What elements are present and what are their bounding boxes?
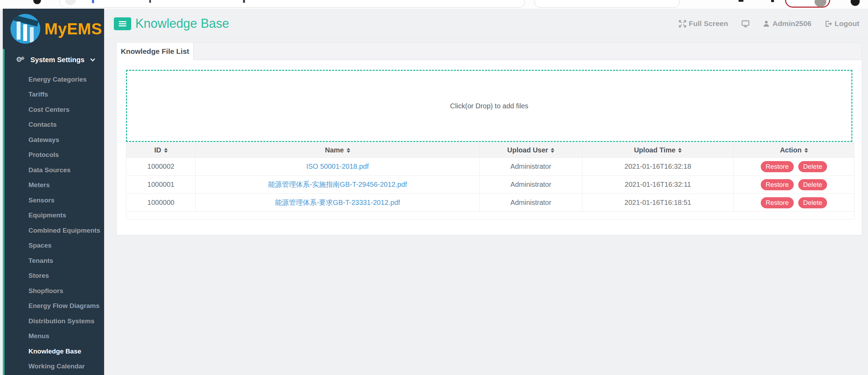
cell-id: 1000000: [126, 194, 196, 212]
logout-icon: [825, 20, 832, 27]
browser-chrome: [0, 0, 868, 9]
column-header-id[interactable]: ID: [126, 143, 196, 158]
tab-knowledge-file-list[interactable]: Knowledge File List: [117, 43, 194, 60]
browser-profile-button[interactable]: [785, 0, 830, 8]
browser-url-bar[interactable]: [60, 0, 525, 8]
file-link[interactable]: 能源管理体系-要求GB-T-23331-2012.pdf: [275, 199, 400, 206]
sidebar-item-label: Working Calendar: [28, 362, 85, 370]
sidebar-item-meters[interactable]: Meters: [5, 178, 104, 193]
sidebar-item-menus[interactable]: Menus: [5, 329, 104, 344]
sidebar-item-energy-flow-diagrams[interactable]: Energy Flow Diagrams: [5, 299, 104, 314]
page-body: Knowledge File List Click(or Drop) to ad…: [104, 39, 868, 235]
sidebar-item-spaces[interactable]: Spaces: [5, 238, 104, 253]
sidebar-item-cost-centers[interactable]: Cost Centers: [5, 102, 104, 117]
browser-search-box[interactable]: [534, 0, 680, 8]
cell-actions: Restore Delete: [734, 176, 854, 194]
sidebar-item-tenants[interactable]: Tenants: [5, 253, 104, 268]
sidebar-item-energy-categories[interactable]: Energy Categories: [5, 72, 104, 87]
sidebar-group-label: System Settings: [31, 56, 85, 64]
sidebar-item-distribution-systems[interactable]: Distribution Systems: [5, 314, 104, 329]
column-header-action[interactable]: Action: [734, 143, 854, 158]
column-header-label: Upload Time: [634, 146, 676, 154]
column-header-label: Action: [780, 146, 801, 154]
restore-button[interactable]: Restore: [761, 161, 794, 172]
cell-upload-user: Administrator: [480, 194, 582, 212]
sidebar-item-label: Tenants: [28, 257, 53, 265]
column-header-label: Upload User: [507, 146, 548, 154]
sidebar-item-contacts[interactable]: Contacts: [5, 117, 104, 133]
sidebar-item-working-calendar[interactable]: Working Calendar: [5, 359, 104, 374]
cell-name: 能源管理体系-要求GB-T-23331-2012.pdf: [196, 194, 480, 212]
column-header-upload-user[interactable]: Upload User: [480, 143, 582, 158]
column-header-upload-time[interactable]: Upload Time: [582, 143, 734, 158]
page-title: Knowledge Base: [135, 16, 229, 31]
sidebar-item-tariffs[interactable]: Tariffs: [5, 87, 104, 102]
logo-bar-shape: [30, 27, 34, 42]
file-link[interactable]: ISO 50001-2018.pdf: [306, 162, 369, 170]
knowledge-file-table: ID Name Upload User Upload Time Action 1…: [126, 143, 854, 219]
delete-button[interactable]: Delete: [798, 161, 827, 172]
delete-button[interactable]: Delete: [798, 179, 827, 190]
browser-toolbar-icon[interactable]: [739, 0, 743, 2]
logo-bar-shape: [23, 24, 27, 41]
table-row: 1000000 能源管理体系-要求GB-T-23331-2012.pdf Adm…: [126, 194, 854, 212]
user-icon: [763, 20, 770, 27]
main-content: Knowledge Base Full Screen: [104, 9, 868, 375]
chevron-down-icon: [90, 57, 95, 61]
sidebar-item-gateways[interactable]: Gateways: [5, 132, 104, 148]
logout-button[interactable]: Logout: [825, 19, 859, 28]
cell-id: 1000001: [126, 176, 196, 194]
menu-toggle-button[interactable]: [114, 17, 131, 30]
column-header-name[interactable]: Name: [196, 143, 480, 158]
cell-upload-time: 2021-01-16T16:18:51: [582, 194, 734, 212]
sidebar-item-label: Knowledge Base: [28, 348, 81, 355]
delete-button[interactable]: Delete: [798, 197, 827, 208]
sort-icon: [164, 148, 168, 153]
file-dropzone[interactable]: Click(or Drop) to add files: [126, 70, 852, 142]
fullscreen-label: Full Screen: [689, 19, 728, 28]
browser-favicon: [92, 0, 94, 3]
restore-button[interactable]: Restore: [761, 179, 794, 190]
expand-icon: [679, 20, 686, 27]
browser-site-info-icon[interactable]: [65, 0, 76, 5]
logo-bar-shape: [17, 22, 20, 40]
header-actions: Full Screen Admin2506: [679, 19, 859, 28]
sort-icon: [347, 148, 350, 153]
browser-url-text-fragment: [149, 0, 151, 3]
logout-label: Logout: [835, 19, 859, 28]
cell-upload-user: Administrator: [480, 176, 582, 194]
sidebar-item-shopfloors[interactable]: Shopfloors: [5, 283, 104, 299]
sidebar-group-system-settings[interactable]: ⚙⚙ System Settings: [5, 49, 104, 70]
sidebar-item-equipments[interactable]: Equipments: [5, 208, 104, 223]
menu-toggle-icon: [119, 21, 126, 22]
sidebar-items: Energy Categories Tariffs Cost Centers C…: [5, 70, 104, 374]
sidebar-item-label: Energy Categories: [28, 76, 87, 83]
sidebar-item-knowledge-base[interactable]: Knowledge Base: [5, 344, 104, 359]
user-menu[interactable]: Admin2506: [763, 19, 811, 28]
card-body: Click(or Drop) to add files ID Name Uplo…: [117, 60, 862, 219]
table-row: 1000001 能源管理体系-实施指南GB-T-29456-2012.pdf A…: [126, 176, 854, 194]
browser-tab-icon: [33, 0, 41, 4]
browser-extension-icon[interactable]: [851, 0, 860, 6]
browser-toolbar-icon[interactable]: [771, 0, 774, 2]
browser-url-text-fragment: [243, 0, 245, 3]
sidebar-item-label: Tariffs: [28, 91, 48, 98]
sidebar-item-stores[interactable]: Stores: [5, 268, 104, 284]
fullscreen-button[interactable]: Full Screen: [679, 19, 728, 28]
sidebar-item-sensors[interactable]: Sensors: [5, 193, 104, 208]
sidebar-item-data-sources[interactable]: Data Sources: [5, 162, 104, 178]
monitor-icon: [741, 20, 750, 27]
sidebar-item-label: Combined Equipments: [28, 227, 100, 234]
column-header-label: Name: [325, 146, 344, 154]
brand-logo[interactable]: MyEMS: [3, 9, 104, 49]
table-row: 1000002 ISO 50001-2018.pdf Administrator…: [126, 158, 854, 176]
gears-icon: ⚙⚙: [16, 55, 26, 64]
sidebar-item-combined-equipments[interactable]: Combined Equipments: [5, 223, 104, 238]
table-empty-row: [126, 212, 854, 219]
sidebar-item-protocols[interactable]: Protocols: [5, 148, 104, 163]
restore-button[interactable]: Restore: [761, 197, 794, 208]
file-link[interactable]: 能源管理体系-实施指南GB-T-29456-2012.pdf: [268, 181, 407, 188]
sidebar-item-label: Gateways: [28, 136, 59, 144]
monitor-button[interactable]: [741, 20, 750, 27]
sort-icon: [804, 148, 808, 153]
